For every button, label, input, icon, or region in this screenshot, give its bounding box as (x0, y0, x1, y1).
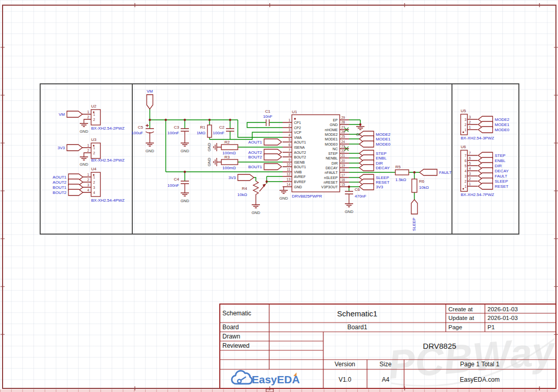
part-value: 100nF (167, 131, 179, 135)
schematic-sheet[interactable]: 1 2 1 2 U2 BX-XH2.54-2PWZ GND VM 1 2 1 2 (0, 0, 558, 392)
ref-designator: R5 (395, 165, 401, 169)
pin-name: EP (333, 118, 338, 122)
pin-number: 12 (287, 172, 291, 176)
ref-designator: C5 (138, 125, 144, 130)
component-r3[interactable]: R3 100mΩ GND (207, 155, 238, 170)
pin-number: 3 (87, 183, 89, 187)
component-c2[interactable]: C2 100nF (213, 125, 234, 135)
netflag-vm[interactable]: VM (59, 111, 82, 117)
net-label: VM (59, 112, 65, 117)
gnd-symbol-icon[interactable]: GND (146, 132, 154, 153)
component-u1[interactable]: U1 DRV8825PWPR CP1 CP2 VCP VMA AOUT1 ISE… (280, 110, 349, 201)
pin-number: 18 (341, 168, 345, 172)
component-c6[interactable]: C6 470nF GND (345, 187, 367, 214)
pin-number: 8 (288, 153, 290, 156)
gnd-symbol-icon[interactable]: GND (207, 142, 221, 151)
component-r5[interactable]: R5 1.5kΩ (395, 165, 409, 182)
netflag-bout2-ic[interactable]: BOUT2 (248, 154, 282, 160)
gnd-symbol-icon[interactable]: GND (252, 195, 260, 215)
component-c4[interactable]: C4 100nF GND (167, 177, 189, 203)
net-label: SLEEP (376, 175, 389, 180)
pin-number: 11 (287, 168, 290, 171)
netflag-bout2[interactable]: BOUT2 (53, 189, 83, 195)
ref-designator: R4 (242, 186, 248, 191)
netflag-3v3-ic[interactable]: 3V3 (359, 184, 383, 190)
component-c5[interactable]: C5 100uF GND (131, 124, 154, 153)
wire-vm-rails[interactable] (150, 109, 283, 181)
pin-number: 6 (464, 159, 466, 163)
pin-number: 27 (341, 126, 345, 129)
pin-number: 2 (464, 180, 466, 183)
ref-designator: R3 (224, 155, 230, 159)
titleblock-schematic-value: Schematic1 (337, 309, 377, 318)
pin-name: ISENA (294, 146, 305, 149)
gnd-symbol-icon[interactable]: GND (181, 184, 189, 203)
component-r2[interactable]: R2 100mΩ GND (207, 140, 238, 155)
netflag-sleep-bottom[interactable]: SLEEP (411, 200, 417, 231)
component-r1[interactable]: R1 1MΩ (197, 125, 212, 137)
gnd-symbol-icon[interactable]: GND (345, 194, 354, 214)
net-label: BOUT1 (248, 165, 262, 169)
pin-number: 2 (93, 181, 95, 184)
netflag-mode0[interactable]: MODE0 (478, 127, 510, 133)
pin-number: 1 (469, 126, 471, 129)
part-value: 100nF (213, 131, 224, 135)
component-r6[interactable]: R6 10kΩ (412, 179, 429, 192)
part-value: 470nF (355, 194, 367, 199)
netflag-3v3[interactable]: 3V3 (58, 145, 82, 151)
pin-number: 2 (469, 120, 471, 124)
pin-number: 3 (464, 118, 466, 121)
component-c1[interactable]: C1 10nF (263, 109, 272, 126)
gnd-symbol-icon[interactable]: GND (280, 187, 288, 201)
pin-name: MODE2 (325, 133, 338, 136)
component-r4[interactable]: R4 10kΩ GND (237, 181, 266, 215)
gnd-symbol-icon[interactable]: GND (80, 157, 89, 167)
titleblock-version-value: V1.0 (339, 376, 352, 383)
gnd-label: GND (252, 210, 260, 215)
pin-number: 14 (287, 183, 291, 186)
netflag-aout1-ic[interactable]: AOUT1 (248, 139, 282, 145)
net-label: 3V3 (58, 146, 65, 150)
ref-designator: C4 (174, 177, 180, 182)
gnd-symbol-icon[interactable]: GND (181, 131, 189, 153)
netflag-reset-u6[interactable]: RESET (478, 183, 509, 189)
titleblock-size-label: Size (379, 361, 392, 368)
pin-number: 20 (341, 159, 345, 163)
net-label: STEP (495, 153, 505, 158)
netflag-decay-ic[interactable]: DECAY (359, 165, 390, 171)
gnd-label: GND (80, 129, 89, 134)
part-value: 10kΩ (419, 185, 429, 190)
net-label: AOUT1 (248, 140, 262, 145)
component-c3[interactable]: C3 100nF GND (167, 125, 189, 153)
gnd-symbol-icon[interactable]: GND (207, 157, 221, 166)
component-u2[interactable]: 1 2 1 2 U2 BX-XH2.54-2PWZ GND VM (59, 104, 125, 134)
pin-number: 2 (87, 149, 89, 152)
net-label: RESET (376, 180, 390, 185)
component-u3[interactable]: 1 2 1 2 U3 BX-XH2.54-2PWZ GND 3V3 (58, 137, 125, 167)
pin-number: 7 (464, 154, 466, 157)
pin-number: 4 (469, 167, 471, 170)
pin-number: 15 (341, 183, 345, 186)
pin-name: MODE1 (325, 137, 338, 141)
component-u6[interactable]: 7 6 5 4 3 2 1 7 6 5 4 3 2 1 U6 BX-XH2.54… (461, 145, 509, 197)
netflag-bout1-ic[interactable]: BOUT1 (248, 164, 282, 170)
part-value: BX-XH2.54-2PWZ (91, 158, 125, 163)
pin-name: BVREF (294, 180, 306, 184)
pin-number: 1 (87, 144, 89, 147)
component-u4[interactable]: 1 2 3 4 1 2 3 4 U4 BX-XH2.54-4PWZ AOUT1 … (53, 167, 125, 203)
pin-number: 25 (341, 135, 345, 138)
gnd-symbol-icon[interactable]: GND (80, 123, 89, 134)
netflag-fault[interactable]: FAULT (420, 169, 451, 175)
netflag-vm-top[interactable]: VM (147, 89, 153, 109)
net-label: BOUT2 (53, 190, 66, 195)
pin-number: 2 (288, 123, 290, 127)
net-label: DIR (495, 164, 502, 168)
component-u5[interactable]: 3 2 1 3 2 1 U5 BX-XH2.54-3PWZ MODE2 MODE… (461, 109, 510, 140)
netflag-mode0-ic[interactable]: MODE0 (359, 141, 391, 147)
pin-name: AOUT1 (294, 140, 306, 144)
pin-number: 2 (93, 151, 95, 155)
schematic-canvas[interactable]: 1 2 1 2 U2 BX-XH2.54-2PWZ GND VM 1 2 1 2 (0, 0, 558, 392)
net-label: AOUT2 (53, 180, 66, 185)
pin-name: nRESET (324, 181, 338, 184)
netflag-3v3-r4[interactable]: 3V3 (229, 174, 254, 181)
